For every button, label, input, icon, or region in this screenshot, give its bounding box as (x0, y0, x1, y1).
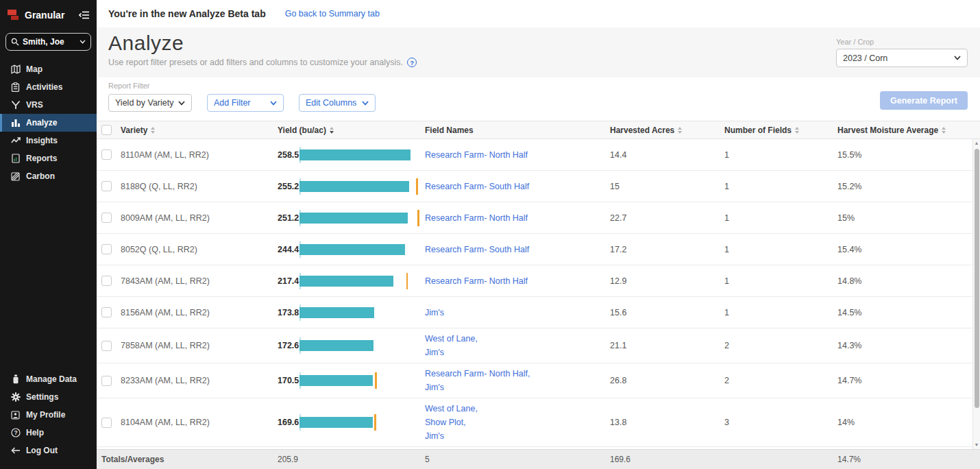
field-name-link[interactable]: Research Farm- North Half (425, 211, 610, 225)
row-checkbox[interactable] (101, 181, 112, 191)
yield-bar (299, 241, 420, 258)
sidebar-item-label: VRS (26, 100, 43, 110)
column-header-yield[interactable]: Yield (bu/ac) (278, 125, 425, 135)
sidebar-item-log-out[interactable]: Log Out (0, 442, 97, 459)
yield-value: 173.8 (278, 308, 297, 317)
vertical-scrollbar[interactable]: ▲ ▼ (972, 139, 980, 449)
sidebar-item-label: Carbon (26, 171, 55, 181)
field-name-link[interactable]: Research Farm- North Half, (425, 367, 610, 381)
field-name-link[interactable]: Research Farm- South Half (425, 180, 610, 193)
field-name-link[interactable]: Research Farm- South Half (425, 243, 610, 256)
sidebar-item-vrs[interactable]: VRS (0, 96, 97, 114)
row-checkbox[interactable] (101, 307, 112, 317)
edit-columns-select[interactable]: Edit Columns (299, 94, 376, 112)
column-header-variety[interactable]: Variety (121, 125, 278, 135)
scroll-down-arrow[interactable]: ▼ (975, 441, 979, 449)
filter-bar: Report Filter Yield by Variety Add Filte… (97, 77, 980, 121)
sidebar-item-reports[interactable]: Reports (0, 149, 97, 167)
column-header-harvested-acres[interactable]: Harvested Acres (610, 125, 724, 135)
totals-yield: 205.9 (278, 455, 297, 464)
sidebar-item-my-profile[interactable]: My Profile (0, 406, 97, 424)
scroll-up-arrow[interactable]: ▲ (975, 139, 979, 147)
beta-banner-title: You're in the new Analyze Beta tab (108, 8, 266, 19)
generate-report-button[interactable]: Generate Report (880, 91, 968, 110)
sidebar-item-settings[interactable]: Settings (0, 388, 97, 406)
row-checkbox[interactable] (101, 276, 112, 286)
granular-logo-icon (7, 8, 21, 22)
variety-cell: 8188Q (Q, LL, RR2) (121, 182, 278, 191)
sidebar-item-activities[interactable]: Activities (0, 78, 97, 96)
field-names-cell: Research Farm- North Half (425, 211, 610, 225)
column-header-number-of-fields[interactable]: Number of Fields (724, 125, 837, 135)
year-crop-select[interactable]: 2023 / Corn (836, 49, 968, 67)
sidebar-item-manage-data[interactable]: Manage Data (0, 370, 97, 388)
row-checkbox[interactable] (101, 149, 112, 160)
moisture-cell: 14.5% (837, 308, 980, 317)
moisture-cell: 14.3% (837, 341, 980, 350)
sidebar-item-label: Activities (26, 82, 62, 92)
field-name-link[interactable]: West of Lane, (425, 332, 610, 346)
yield-value: 170.5 (278, 376, 297, 385)
field-name-link[interactable]: Show Plot, (425, 416, 610, 429)
scrollbar-thumb[interactable] (975, 149, 979, 408)
sidebar-item-label: Reports (26, 154, 57, 163)
sort-icon (942, 127, 946, 134)
table-row: 8233AM (AM, LL, RR2) 170.5 Research Farm… (97, 363, 980, 398)
operation-selector-value: Smith, Joe (23, 37, 79, 47)
yield-target-marker (417, 210, 419, 226)
table-header-row: Variety Yield (bu/ac) Field Names Harves… (97, 121, 980, 139)
year-crop-value: 2023 / Corn (843, 53, 954, 63)
report-filter-label: Report Filter (108, 82, 376, 90)
operation-selector[interactable]: Smith, Joe (5, 33, 91, 51)
edit-columns-label: Edit Columns (306, 98, 362, 108)
moisture-cell: 15.4% (837, 245, 980, 254)
insights-icon (10, 136, 21, 146)
sidebar-item-insights[interactable]: Insights (0, 132, 97, 149)
select-all-checkbox[interactable] (101, 125, 112, 135)
row-checkbox[interactable] (101, 213, 112, 223)
table-row: 8009AM (AM, LL, RR2) 251.2 Research Farm… (97, 202, 980, 234)
row-checkbox[interactable] (101, 341, 112, 351)
field-name-link[interactable]: Jim's (425, 346, 610, 359)
chevron-down-icon (954, 56, 961, 60)
row-checkbox[interactable] (101, 244, 112, 254)
field-name-link[interactable]: Research Farm- North Half (425, 274, 610, 288)
svg-text:?: ? (14, 429, 17, 436)
yield-bar (299, 272, 420, 290)
sidebar-item-carbon[interactable]: Carbon (0, 167, 97, 185)
yield-target-marker (374, 414, 376, 431)
column-header-harvest-moisture[interactable]: Harvest Moisture Average (837, 125, 980, 135)
report-filter-select[interactable]: Yield by Variety (108, 94, 192, 112)
number-of-fields-cell: 1 (724, 182, 837, 191)
sidebar-item-help[interactable]: ? Help (0, 424, 97, 442)
harvested-acres-cell: 12.9 (610, 276, 724, 286)
field-name-link[interactable]: West of Lane, (425, 402, 610, 416)
field-name-link[interactable]: Jim's (425, 381, 610, 394)
field-name-link[interactable]: Research Farm- North Half (425, 148, 610, 162)
field-name-link[interactable]: Jim's (425, 429, 610, 443)
number-of-fields-cell: 1 (724, 308, 837, 317)
totals-label: Totals/Averages (97, 455, 278, 464)
profile-icon (10, 410, 21, 420)
totals-moisture: 14.7% (837, 455, 980, 464)
column-header-field-names[interactable]: Field Names (425, 125, 610, 135)
add-filter-select[interactable]: Add Filter (207, 94, 284, 112)
activities-icon (10, 82, 21, 93)
variety-cell: 8052Q (Q, LL, RR2) (121, 245, 278, 254)
yield-bar (299, 372, 420, 389)
sidebar-item-label: My Profile (26, 410, 65, 420)
totals-row: Totals/Averages 205.9 5 169.6 14.7% (97, 449, 980, 469)
table-row: 7843AM (AM, LL, RR2) 217.4 Research Farm… (97, 265, 980, 297)
sidebar-item-analyze[interactable]: Analyze (0, 114, 97, 132)
main-content: You're in the new Analyze Beta tab Go ba… (97, 0, 980, 469)
subtitle-help-icon[interactable]: ? (407, 58, 417, 67)
go-back-summary-link[interactable]: Go back to Summary tab (285, 9, 380, 19)
yield-bar (299, 146, 420, 164)
field-name-link[interactable]: Jim's (425, 306, 610, 320)
sidebar-item-map[interactable]: Map (0, 60, 97, 78)
row-checkbox[interactable] (101, 418, 112, 428)
moisture-cell: 15.2% (837, 182, 980, 191)
row-checkbox[interactable] (101, 376, 112, 386)
sidebar-collapse-icon[interactable] (79, 10, 90, 20)
yield-target-marker (416, 178, 418, 195)
